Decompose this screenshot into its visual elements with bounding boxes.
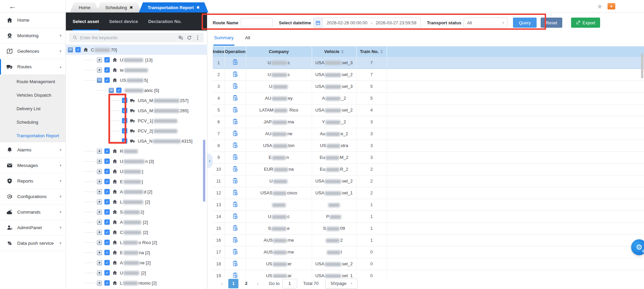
sidebar-item-data-push-service[interactable]: Data push service▾ — [0, 236, 66, 251]
expand-node-icon[interactable]: + — [97, 210, 102, 215]
expand-node-icon[interactable]: + — [97, 230, 102, 235]
tree-checkbox-checked[interactable]: ✓ — [104, 169, 110, 174]
tree-checkbox-checked[interactable]: ✓ — [104, 148, 110, 154]
report-detail-icon[interactable] — [232, 130, 238, 137]
column-header-train-no-[interactable]: Train No. — [356, 46, 387, 57]
report-detail-icon[interactable] — [232, 213, 238, 219]
tree-node[interactable]: +✓te — [66, 65, 207, 75]
tree-checkbox-checked[interactable]: ✓ — [104, 189, 110, 194]
sidebar-item-alarms[interactable]: Alarms▾ — [0, 142, 66, 158]
page-number-2[interactable]: 2 — [241, 279, 251, 288]
table-row[interactable]: 12USASciscoUSAset_12 — [213, 187, 644, 199]
sidebar-item-adminpanel[interactable]: AdminPanel▾ — [0, 220, 66, 236]
search-input[interactable] — [80, 35, 175, 40]
table-row[interactable]: 15SeS091 — [213, 222, 644, 234]
calendar-icon[interactable] — [314, 18, 323, 28]
report-detail-icon[interactable] — [232, 83, 238, 89]
content-tab-summary[interactable]: Summary — [213, 34, 234, 46]
sidebar-item-commands[interactable]: Commands▾ — [0, 204, 66, 220]
sidebar-item-monitoring[interactable]: Monitoring▾ — [0, 28, 66, 44]
tree-checkbox-checked[interactable]: ✓ — [116, 88, 122, 93]
table-row[interactable]: 9EnEuM_23 — [213, 151, 644, 163]
expand-node-icon[interactable]: + — [97, 220, 102, 225]
prev-page-icon[interactable]: ‹ — [218, 280, 226, 287]
collapse-node-icon[interactable]: − — [109, 88, 114, 93]
page-number-1[interactable]: 1 — [228, 279, 238, 288]
report-detail-icon[interactable] — [232, 154, 238, 160]
expand-node-icon[interactable]: + — [97, 179, 102, 184]
panel-tab-select-asset[interactable]: Select asset — [73, 13, 99, 30]
table-row[interactable]: 8USAtonUSxtra3 — [213, 140, 644, 151]
main-scrollbar[interactable] — [641, 53, 643, 78]
reset-button[interactable]: Reset — [541, 18, 562, 28]
report-detail-icon[interactable] — [232, 189, 238, 196]
page-size-select[interactable]: 50/page ▾ — [325, 279, 358, 289]
tree-checkbox-checked[interactable]: ✓ — [104, 230, 110, 235]
expand-node-icon[interactable]: + — [97, 281, 102, 286]
sidebar-item-home[interactable]: Home — [0, 13, 66, 28]
tree-node[interactable]: +✓Ad [2] — [66, 187, 207, 197]
report-detail-icon[interactable] — [232, 201, 238, 208]
tree-node[interactable]: ✓PCV_2[ — [66, 126, 207, 136]
more-options-icon[interactable]: ⋮ — [195, 34, 200, 41]
table-row[interactable]: 3UUSAset_35 — [213, 80, 644, 92]
tree-node[interactable]: +✓L [2] — [66, 197, 207, 207]
collapse-node-icon[interactable]: − — [68, 47, 73, 52]
tree-node[interactable]: +✓Lntonio [2] — [66, 278, 207, 288]
collapse-panel-icon[interactable]: ‹ — [207, 154, 212, 168]
tree-checkbox-checked[interactable]: ✓ — [104, 270, 110, 275]
expand-node-icon[interactable]: + — [97, 169, 102, 174]
report-detail-icon[interactable] — [232, 248, 238, 255]
report-detail-icon[interactable] — [232, 118, 238, 125]
report-detail-icon[interactable] — [232, 142, 238, 148]
expand-node-icon[interactable]: + — [97, 250, 102, 255]
tree-node[interactable]: ✓PCV_1[ — [66, 116, 207, 126]
expand-node-icon[interactable]: + — [97, 189, 102, 194]
goto-page-input[interactable] — [282, 279, 297, 288]
sidebar-item-routes[interactable]: Routes▴ — [0, 59, 66, 75]
tree-checkbox-checked[interactable]: ✓ — [104, 57, 110, 63]
route-name-input[interactable] — [241, 18, 273, 27]
query-button[interactable]: Query — [513, 18, 537, 28]
report-detail-icon[interactable] — [232, 166, 238, 172]
export-button[interactable]: Export — [571, 18, 600, 28]
sidebar-subitem-delivery-list[interactable]: Delivery List — [0, 102, 66, 115]
tree-checkbox-checked[interactable]: ✓ — [104, 199, 110, 204]
date-end[interactable]: 2026-03-27 23:59:59 — [376, 20, 416, 25]
expand-node-icon[interactable]: + — [97, 57, 102, 63]
advanced-search-icon[interactable] — [178, 35, 183, 40]
column-header-vehicle[interactable]: Vehicle — [312, 46, 356, 57]
sidebar-subitem-scheduling[interactable]: Scheduling — [0, 115, 66, 129]
table-row[interactable]: 6JAPmaY_23 — [213, 116, 644, 128]
tree-checkbox-checked[interactable]: ✓ — [104, 209, 110, 215]
sidebar-subitem-transportation-report[interactable]: Transportation Report — [0, 129, 66, 142]
table-row[interactable]: 10EURnaEuR_22 — [213, 163, 644, 175]
datetime-range-control[interactable]: 2026-02-26 00:00:00 - 2026-03-27 23:59:5… — [313, 18, 421, 28]
tree-node[interactable]: +✓A [2] — [66, 217, 207, 227]
tree-node[interactable]: +✓R — [66, 146, 207, 156]
table-row[interactable]: 17AUSrnel0 — [213, 246, 644, 258]
collapse-node-icon[interactable]: − — [97, 78, 102, 83]
tree-checkbox-checked[interactable]: ✓ — [104, 260, 110, 265]
table-row[interactable]: 1UcUSAset_37 — [213, 57, 644, 69]
report-detail-icon[interactable] — [232, 106, 238, 113]
tree-node[interactable]: +✓U [13] — [66, 55, 207, 65]
tree-node[interactable]: +✓Ane [2] — [66, 258, 207, 268]
tree-node[interactable]: ✓USA_M265] — [66, 105, 207, 116]
tree-node[interactable]: ✓USA_N4315] — [66, 136, 207, 146]
table-row[interactable]: 2UcUSAset_27 — [213, 69, 644, 80]
expand-node-icon[interactable]: + — [97, 149, 102, 154]
tree-checkbox-checked[interactable]: ✓ — [104, 77, 110, 83]
window-tab-home[interactable]: Home — [70, 2, 99, 13]
expand-node-icon[interactable]: + — [97, 240, 102, 245]
expand-node-icon[interactable]: + — [97, 159, 102, 164]
table-row[interactable]: 14UcP1 — [213, 211, 644, 222]
report-detail-icon[interactable] — [232, 272, 238, 279]
sidebar-item-geofences[interactable]: Geofences▾ — [0, 44, 66, 59]
refresh-icon[interactable] — [187, 35, 192, 40]
sidebar-item-reports[interactable]: Reports▾ — [0, 173, 66, 189]
date-start[interactable]: 2026-02-26 00:00:00 — [327, 20, 367, 25]
sidebar-subitem-vehicles-dispatch[interactable]: Vehicles Dispatch — [0, 88, 66, 102]
window-tab-transportation-report[interactable]: Transportation Report✖ — [139, 2, 208, 13]
tree-checkbox-checked[interactable]: ✓ — [104, 67, 110, 73]
